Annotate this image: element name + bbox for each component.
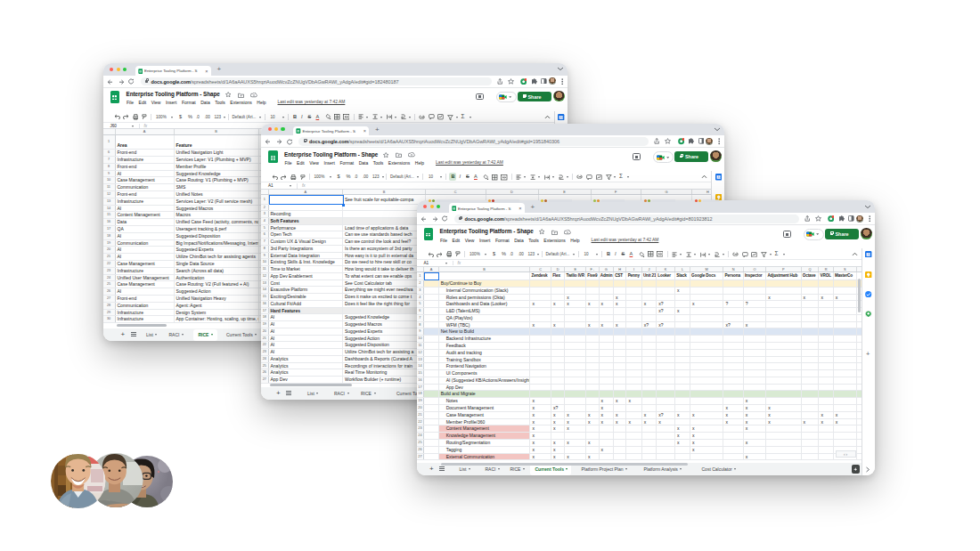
svg-text:31: 31 bbox=[717, 175, 721, 179]
svg-text:31: 31 bbox=[868, 253, 871, 256]
svg-text:31: 31 bbox=[560, 116, 564, 119]
